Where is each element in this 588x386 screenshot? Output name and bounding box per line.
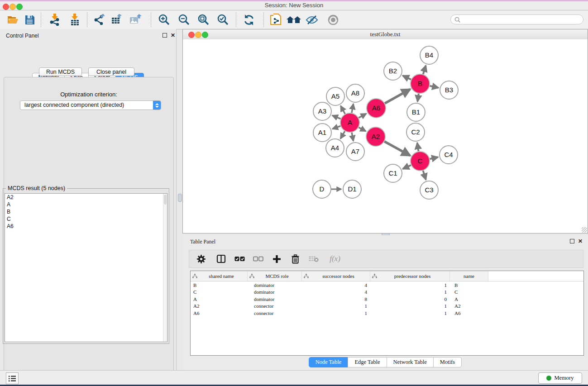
toolbar-separator [236, 12, 236, 27]
column-header-name[interactable]: name [450, 271, 488, 281]
export-table-button[interactable] [110, 13, 124, 27]
vertical-split-grip[interactable] [178, 194, 182, 202]
table-row[interactable]: Bdominator41B [191, 281, 583, 289]
homes-icon [286, 15, 301, 25]
tab-motifs[interactable]: Motifs [433, 357, 462, 367]
table-float-panel-icon[interactable] [570, 239, 574, 243]
delete-table-icon [309, 256, 319, 262]
edge-B-B4[interactable] [423, 66, 426, 74]
node-label-C: C [418, 157, 423, 165]
network-graph[interactable]: AA1A2A3A4A5A6A7A8BB1B2B3B4CC1C2C3C4DD1 [183, 39, 588, 233]
edge-A-A3[interactable] [332, 115, 340, 119]
edge-A-A8[interactable] [352, 104, 354, 113]
column-header-MCDS-role[interactable]: MCDS role [248, 271, 302, 281]
add-column-button[interactable] [271, 253, 282, 264]
apply-function-button[interactable]: f(x) [327, 253, 343, 264]
optimization-criterion-select[interactable]: largest connected component (directed) [20, 100, 161, 110]
edge-A-A4[interactable] [340, 131, 345, 138]
memory-button[interactable]: Memory [538, 372, 582, 384]
new-network-from-selection-button[interactable] [269, 13, 282, 27]
eye-icon [327, 14, 339, 26]
mcds-result-item[interactable]: A6 [5, 223, 167, 230]
column-header-successor-nodes[interactable]: successor nodes [302, 271, 370, 281]
column-header-predecessor-nodes[interactable]: predecessor nodes [370, 271, 450, 281]
select-stepper-icon [153, 101, 161, 110]
table-cell: 8 [302, 296, 370, 302]
show-graphics-details-button[interactable] [326, 13, 340, 27]
edge-B-B3[interactable] [430, 86, 438, 88]
delete-columns-button[interactable] [290, 253, 301, 264]
edge-A2-C[interactable] [384, 142, 410, 156]
edge-A6-B[interactable] [385, 89, 410, 103]
table-row[interactable]: Cdominator41C [191, 289, 583, 296]
refresh-button[interactable] [242, 13, 256, 27]
plus-icon [272, 255, 281, 263]
mcds-result-title: MCDS result (5 nodes) [6, 185, 67, 191]
column-type-icon [192, 274, 197, 278]
zoom-out-button[interactable] [177, 13, 191, 27]
edge-A-A5[interactable] [341, 106, 345, 114]
edge-A-A7[interactable] [352, 133, 354, 141]
tab-edge-table[interactable]: Edge Table [348, 357, 387, 367]
mcds-result-item[interactable]: A [5, 201, 167, 208]
node-attribute-table[interactable]: shared nameMCDS rolesuccessor nodesprede… [190, 271, 584, 356]
export-network-button[interactable] [93, 13, 106, 27]
close-panel-button[interactable]: Close panel [88, 67, 134, 76]
float-panel-icon[interactable] [163, 33, 167, 38]
edge-B-B1[interactable] [417, 94, 418, 101]
hide-graphics-details-button[interactable] [305, 13, 319, 27]
edge-C-C4[interactable] [430, 157, 438, 159]
show-panels-button[interactable] [6, 372, 19, 384]
export-image-button[interactable] [129, 13, 142, 27]
search-input[interactable] [450, 14, 583, 24]
delete-table-button[interactable] [308, 253, 319, 264]
memory-status-icon [546, 376, 551, 381]
edge-A-A6[interactable] [359, 114, 366, 118]
edge-A-A1[interactable] [333, 126, 341, 129]
edge-B-B2[interactable] [403, 76, 411, 80]
open-session-button[interactable] [6, 13, 19, 27]
mcds-result-item[interactable]: B [5, 208, 167, 215]
zoom-out-icon [178, 14, 190, 26]
tab-network-table[interactable]: Network Table [387, 357, 434, 367]
table-cell: 1 [370, 310, 450, 316]
import-table-icon [69, 14, 81, 26]
table-options-button[interactable] [196, 253, 206, 264]
run-mcds-button[interactable]: Run MCDS [39, 67, 82, 76]
edge-C-C2[interactable] [417, 143, 419, 152]
result-scrollbar[interactable] [163, 194, 167, 342]
select-all-button[interactable] [234, 253, 245, 264]
node-label-B3: B3 [445, 86, 453, 94]
edge-C-C3[interactable] [423, 171, 426, 180]
zoom-in-button[interactable] [157, 13, 171, 27]
table-row[interactable]: Adominator80A [191, 295, 583, 303]
import-network-button[interactable] [48, 13, 62, 27]
column-visibility-button[interactable] [215, 253, 226, 264]
mcds-result-item[interactable]: C [5, 215, 167, 223]
table-row[interactable]: A6connector11A6 [191, 310, 583, 317]
deselect-all-button[interactable] [253, 253, 263, 264]
network-canvas[interactable]: AA1A2A3A4A5A6A7A8BB1B2B3B4CC1C2C3C4DD1 [183, 39, 588, 233]
node-label-A: A [348, 119, 352, 126]
table-panel-tabs: Node TableEdge TableNetwork TableMotifs [182, 357, 588, 367]
mcds-result-list[interactable]: A2ABCA6 [5, 193, 167, 342]
node-label-D1: D1 [348, 185, 356, 193]
import-table-button[interactable] [68, 13, 81, 27]
tab-node-table[interactable]: Node Table [309, 357, 349, 367]
network-window-titlebar[interactable]: testGlobe.txt [183, 29, 588, 40]
table-cell: 1 [370, 289, 450, 295]
close-panel-icon[interactable]: ✕ [171, 33, 175, 38]
mcds-result-item[interactable]: A2 [5, 194, 167, 201]
column-header-shared-name[interactable]: shared name [191, 271, 248, 281]
window-resize-grip[interactable] [582, 227, 587, 233]
column-type-icon [304, 274, 309, 278]
toolbar-separator [41, 12, 41, 27]
zoom-fit-button[interactable] [196, 13, 210, 27]
edge-C-C1[interactable] [403, 165, 411, 169]
table-row[interactable]: A2connector11A2 [191, 303, 583, 310]
zoom-selected-button[interactable] [216, 13, 229, 27]
table-close-panel-icon[interactable]: ✕ [578, 239, 583, 243]
edge-A-A2[interactable] [359, 128, 366, 132]
save-session-button[interactable] [23, 13, 36, 27]
first-neighbors-button[interactable] [286, 13, 301, 27]
